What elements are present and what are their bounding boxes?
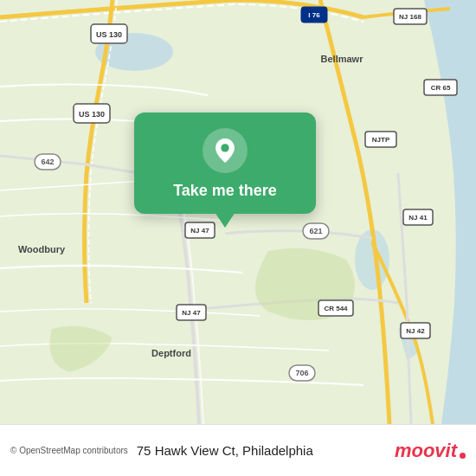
svg-text:Woodbury: Woodbury bbox=[18, 244, 66, 254]
svg-text:NJ 41: NJ 41 bbox=[408, 214, 428, 222]
moovit-dot-icon bbox=[460, 453, 466, 459]
svg-text:621: 621 bbox=[309, 227, 322, 235]
svg-text:NJ 168: NJ 168 bbox=[399, 13, 421, 21]
svg-point-34 bbox=[221, 144, 228, 151]
svg-text:642: 642 bbox=[41, 158, 54, 166]
svg-text:I 76: I 76 bbox=[308, 11, 320, 19]
svg-text:Bellmawr: Bellmawr bbox=[321, 54, 364, 64]
moovit-brand-text: moovit bbox=[395, 441, 457, 460]
svg-text:CR 544: CR 544 bbox=[324, 305, 348, 312]
navigation-popup[interactable]: Take me there bbox=[134, 113, 316, 214]
svg-text:706: 706 bbox=[295, 369, 308, 377]
svg-text:CR 65: CR 65 bbox=[431, 84, 451, 92]
svg-text:NJTP: NJTP bbox=[372, 136, 390, 144]
svg-text:Deptford: Deptford bbox=[151, 348, 191, 358]
svg-text:NJ 42: NJ 42 bbox=[406, 327, 425, 335]
location-pin-icon bbox=[213, 138, 237, 163]
map-area: US 130 I 76 NJ 168 US 130 Bellmawr CR 65… bbox=[0, 0, 476, 424]
osm-attribution: © OpenStreetMap contributors bbox=[10, 446, 128, 455]
moovit-logo: moovit bbox=[395, 441, 466, 460]
svg-text:US 130: US 130 bbox=[79, 110, 105, 119]
address-label: 75 Hawk View Ct, Philadelphia bbox=[137, 443, 395, 458]
svg-text:NJ 47: NJ 47 bbox=[190, 227, 209, 235]
bottom-info-bar: © OpenStreetMap contributors 75 Hawk Vie… bbox=[0, 424, 476, 476]
svg-text:NJ 47: NJ 47 bbox=[182, 309, 201, 317]
take-me-there-button[interactable]: Take me there bbox=[173, 182, 277, 200]
svg-text:US 130: US 130 bbox=[96, 30, 122, 39]
location-icon-container bbox=[203, 128, 248, 173]
